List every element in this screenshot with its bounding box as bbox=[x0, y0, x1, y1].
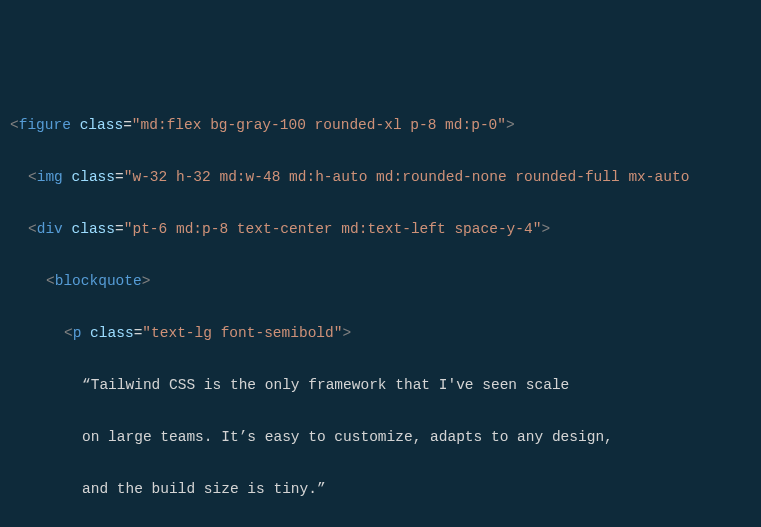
tag-div: div bbox=[37, 221, 63, 237]
attr-class: class bbox=[80, 117, 124, 133]
code-line: <figure class="md:flex bg-gray-100 round… bbox=[10, 112, 751, 138]
attr-class: class bbox=[72, 169, 116, 185]
quote-line-2: on large teams. It’s easy to customize, … bbox=[82, 429, 613, 445]
figure-class-value: md:flex bg-gray-100 rounded-xl p-8 md:p-… bbox=[141, 117, 498, 133]
code-line: and the build size is tiny.” bbox=[10, 476, 751, 502]
tag-img: img bbox=[37, 169, 63, 185]
code-line: <blockquote> bbox=[10, 268, 751, 294]
img-class-value: w-32 h-32 md:w-48 md:h-auto md:rounded-n… bbox=[132, 169, 689, 185]
quote-line-3: and the build size is tiny.” bbox=[82, 481, 326, 497]
code-line: on large teams. It’s easy to customize, … bbox=[10, 424, 751, 450]
attr-class: class bbox=[90, 325, 134, 341]
tag-p: p bbox=[73, 325, 82, 341]
quote-line-1: “Tailwind CSS is the only framework that… bbox=[82, 377, 569, 393]
code-line: <img class="w-32 h-32 md:w-48 md:h-auto … bbox=[10, 164, 751, 190]
tag-blockquote: blockquote bbox=[55, 273, 142, 289]
attr-class: class bbox=[72, 221, 116, 237]
p-class-value: text-lg font-semibold bbox=[151, 325, 334, 341]
code-line: <p class="text-lg font-semibold"> bbox=[10, 320, 751, 346]
tag-figure: figure bbox=[19, 117, 71, 133]
code-line: <div class="pt-6 md:p-8 text-center md:t… bbox=[10, 216, 751, 242]
code-line: “Tailwind CSS is the only framework that… bbox=[10, 372, 751, 398]
div-content-class-value: pt-6 md:p-8 text-center md:text-left spa… bbox=[132, 221, 532, 237]
